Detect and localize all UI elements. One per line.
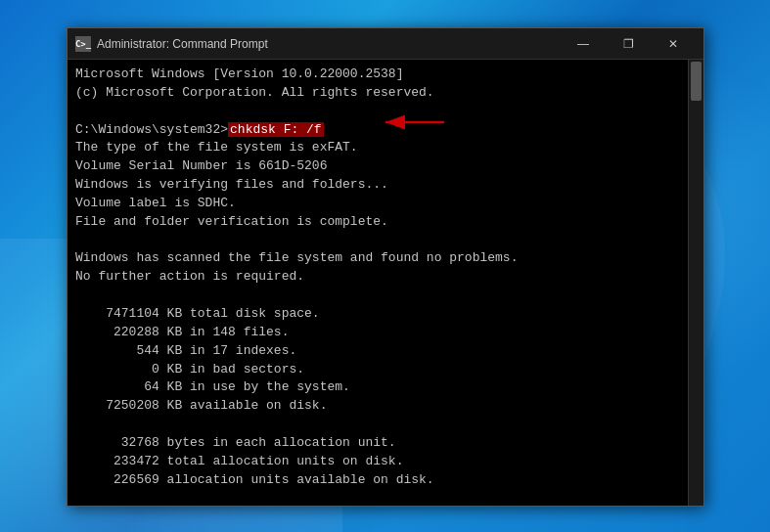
terminal-line-13 bbox=[75, 287, 696, 305]
terminal-line-8: Volume label is SDHC. bbox=[75, 195, 696, 213]
terminal-line-14: 7471104 KB total disk space. bbox=[75, 305, 696, 324]
scrollbar-thumb[interactable] bbox=[691, 62, 702, 101]
minimize-button[interactable]: — bbox=[561, 28, 606, 60]
terminal-line-17: 0 KB in bad sectors. bbox=[75, 361, 696, 379]
terminal-line-3 bbox=[75, 103, 696, 121]
terminal-line-15: 220288 KB in 148 files. bbox=[75, 324, 696, 342]
terminal-line-23: 226569 allocation units available on dis… bbox=[75, 471, 696, 490]
titlebar-buttons: — ❐ ✕ bbox=[561, 28, 696, 60]
terminal-line-7: Windows is verifying files and folders..… bbox=[75, 176, 696, 195]
terminal-line-2: (c) Microsoft Corporation. All rights re… bbox=[75, 84, 696, 103]
scrollbar[interactable] bbox=[688, 60, 703, 506]
terminal-line-20 bbox=[75, 416, 696, 434]
terminal-prompt-line: C:\Windows\system32>chkdsk F: /f bbox=[75, 121, 696, 140]
terminal-line-18: 64 KB in use by the system. bbox=[75, 378, 696, 397]
terminal-line-6: Volume Serial Number is 661D-5206 bbox=[75, 157, 696, 176]
terminal-line-21: 32768 bytes in each allocation unit. bbox=[75, 434, 696, 453]
cmd-titlebar: C>_ Administrator: Command Prompt — ❐ ✕ bbox=[68, 28, 703, 60]
terminal-line-19: 7250208 KB available on disk. bbox=[75, 397, 696, 416]
cmd-app-icon: C>_ bbox=[75, 36, 91, 52]
maximize-button[interactable]: ❐ bbox=[606, 28, 651, 60]
terminal-line-9: File and folder verification is complete… bbox=[75, 213, 696, 232]
terminal-line-16: 544 KB in 17 indexes. bbox=[75, 342, 696, 361]
titlebar-left: C>_ Administrator: Command Prompt bbox=[75, 36, 268, 52]
terminal-content: Microsoft Windows [Version 10.0.22000.25… bbox=[68, 60, 703, 506]
window-title: Administrator: Command Prompt bbox=[97, 37, 268, 51]
terminal-line-11: Windows has scanned the file system and … bbox=[75, 249, 696, 268]
terminal-line-24 bbox=[75, 489, 696, 506]
terminal-line-12: No further action is required. bbox=[75, 268, 696, 287]
cmd-window: C>_ Administrator: Command Prompt — ❐ ✕ … bbox=[67, 27, 704, 507]
terminal-line-10 bbox=[75, 232, 696, 250]
terminal-line-5: The type of the file system is exFAT. bbox=[75, 139, 696, 157]
terminal-line-22: 233472 total allocation units on disk. bbox=[75, 453, 696, 471]
terminal-line-1: Microsoft Windows [Version 10.0.22000.25… bbox=[75, 66, 696, 84]
highlighted-command: chkdsk F: /f bbox=[228, 122, 324, 137]
close-button[interactable]: ✕ bbox=[651, 28, 696, 60]
